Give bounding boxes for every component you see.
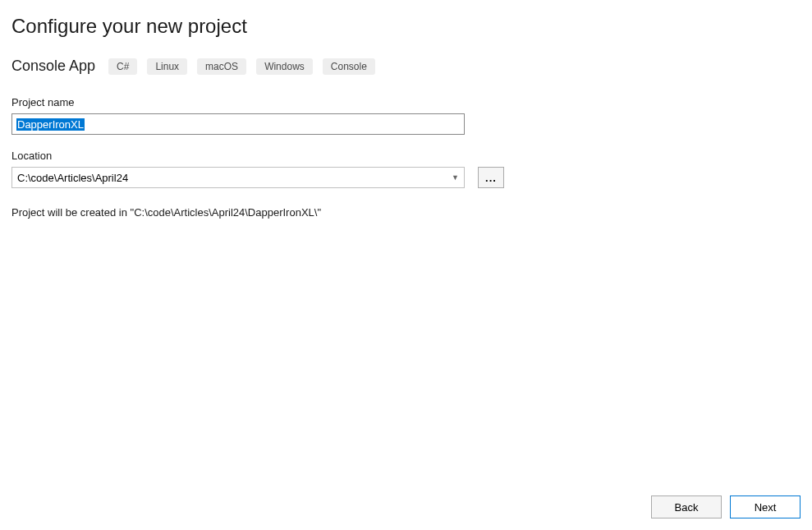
tag-csharp: C# — [108, 58, 137, 75]
next-button[interactable]: Next — [730, 495, 801, 518]
location-value: C:\code\Articles\April24 — [17, 172, 128, 184]
project-name-group: Project name DapperIronXL — [11, 96, 801, 135]
chevron-down-icon: ▼ — [452, 173, 459, 182]
project-name-label: Project name — [11, 96, 801, 108]
location-label: Location — [11, 150, 801, 162]
project-name-value: DapperIronXL — [16, 118, 85, 131]
browse-button[interactable]: ... — [478, 167, 504, 188]
page-title: Configure your new project — [11, 15, 801, 38]
tag-macos: macOS — [197, 58, 246, 75]
tag-windows: Windows — [256, 58, 313, 75]
tag-console: Console — [323, 58, 375, 75]
location-input[interactable]: C:\code\Articles\April24 ▼ — [11, 167, 465, 188]
project-path-info: Project will be created in "C:\code\Arti… — [11, 206, 801, 219]
template-row: Console App C# Linux macOS Windows Conso… — [11, 58, 801, 75]
back-button[interactable]: Back — [651, 495, 722, 518]
tag-linux: Linux — [147, 58, 187, 75]
location-group: Location C:\code\Articles\April24 ▼ ... — [11, 150, 801, 188]
template-name: Console App — [11, 58, 95, 75]
footer: Back Next — [651, 495, 801, 518]
project-name-input[interactable]: DapperIronXL — [11, 113, 465, 135]
